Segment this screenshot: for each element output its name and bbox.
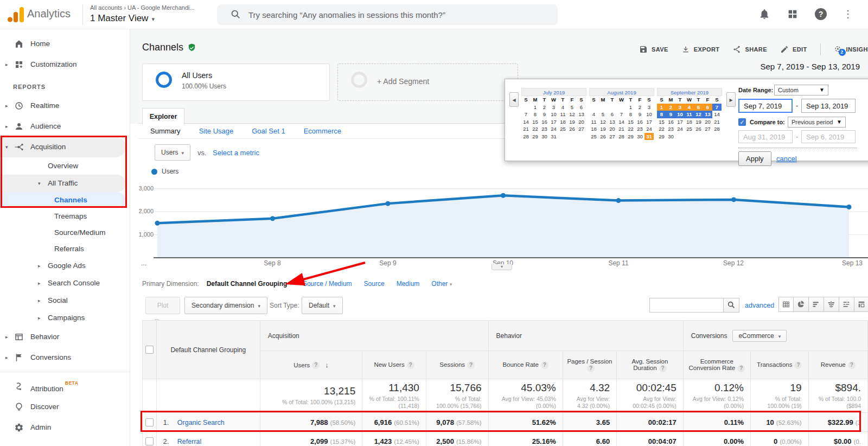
calendar-day[interactable]: 1 <box>657 104 666 111</box>
column-header-ecommerce-conversion-rate[interactable]: Ecommerce Conversion Rate? <box>683 351 750 379</box>
calendar-day[interactable]: 3 <box>675 104 685 111</box>
calendar-day[interactable]: 16 <box>635 118 644 126</box>
calendar-day[interactable]: 17 <box>549 118 558 126</box>
calendar-day[interactable]: 15 <box>626 118 635 126</box>
data-point-sep-8[interactable] <box>270 216 275 221</box>
calendar-day[interactable]: 20 <box>608 125 617 133</box>
calendar-day[interactable]: 17 <box>644 118 654 126</box>
calendar-day[interactable]: 11 <box>685 111 694 118</box>
chevron-right-icon[interactable]: ▸ <box>5 116 11 137</box>
breadcrumb[interactable]: All accounts › UA - Google Merchandi... <box>90 4 195 11</box>
calendar-day[interactable]: 24 <box>675 125 685 133</box>
calendar-day[interactable]: 1 <box>531 104 540 111</box>
row-checkbox[interactable] <box>145 418 154 426</box>
column-header-sessions[interactable]: Sessions? <box>426 351 488 379</box>
google-apps-grid-icon[interactable] <box>787 8 799 20</box>
calendar-day[interactable]: 29 <box>531 133 540 141</box>
calendar-day[interactable]: 6 <box>608 111 617 118</box>
chevron-right-icon[interactable]: ▸ <box>38 309 43 327</box>
sidebar-item-discover[interactable]: Discover <box>0 397 130 417</box>
chevron-right-icon[interactable]: ▸ <box>38 257 43 275</box>
data-point-sep-9[interactable] <box>386 201 391 206</box>
help-icon[interactable]: ? <box>587 365 595 372</box>
calendar-day[interactable]: 12 <box>598 118 608 126</box>
sidebar-item-overview[interactable]: Overview <box>0 157 130 175</box>
dimension-column-header[interactable]: Default Channel Grouping <box>156 321 260 379</box>
calendar-day[interactable]: 28 <box>617 133 626 141</box>
view-data-button[interactable] <box>778 297 794 312</box>
calendar-day[interactable]: 31 <box>549 133 558 141</box>
calendar-day[interactable]: 23 <box>540 125 549 133</box>
sidebar-item-search-console[interactable]: ▸Search Console <box>0 275 130 292</box>
sidebar-item-behavior[interactable]: ▸Behavior <box>0 327 130 347</box>
calendar-day[interactable]: 4 <box>589 111 598 118</box>
calendar-day[interactable]: 6 <box>703 104 712 111</box>
date-range-display[interactable]: Sep 7, 2019 - Sep 13, 2019 <box>761 62 860 71</box>
calendar-day[interactable]: 10 <box>644 111 654 118</box>
select-all-checkbox[interactable] <box>145 346 154 354</box>
view-performance-button[interactable] <box>809 297 824 312</box>
calendar-day[interactable]: 22 <box>531 125 540 133</box>
sidebar-item-campaigns[interactable]: ▸Campaigns <box>0 309 130 327</box>
calendar-day[interactable]: 23 <box>635 125 644 133</box>
calendar-day[interactable]: 8 <box>531 111 540 118</box>
subtab-goal-set-1[interactable]: Goal Set 1 <box>252 127 285 135</box>
calendar-day[interactable]: 20 <box>703 118 712 126</box>
view-comparison-button[interactable] <box>824 297 839 312</box>
calendar-day[interactable]: 9 <box>635 111 644 118</box>
calendar-day[interactable]: 27 <box>703 125 712 133</box>
calendar-day[interactable]: 14 <box>712 111 722 118</box>
calendar-day[interactable]: 6 <box>577 104 586 111</box>
chevron-right-icon[interactable]: ▸ <box>5 327 11 347</box>
chevron-down-icon[interactable]: ▾ <box>38 175 43 192</box>
insights-button[interactable]: 2INSIGHTS <box>834 45 868 54</box>
subtab-ecommerce[interactable]: Ecommerce <box>304 127 341 135</box>
help-icon[interactable]: ? <box>407 361 414 369</box>
chevron-right-icon[interactable]: ▸ <box>38 275 43 292</box>
calendar-day[interactable]: 26 <box>567 125 577 133</box>
sidebar-item-attribution[interactable]: AttributionBETA <box>0 376 130 397</box>
secondary-dimension-dropdown[interactable]: Secondary dimension▾ <box>184 297 267 314</box>
calendar-day[interactable]: 14 <box>521 118 531 126</box>
calendar-day[interactable]: 2 <box>635 104 644 111</box>
calendar-day[interactable]: 25 <box>589 133 598 141</box>
calendar-day[interactable]: 13 <box>703 111 712 118</box>
metric-dropdown[interactable]: Users▾ <box>155 144 190 161</box>
calendar-day[interactable]: 16 <box>540 118 549 126</box>
column-header-new-users[interactable]: New Users? <box>362 351 426 379</box>
date-range-mode-select[interactable]: Custom▼ <box>774 85 828 95</box>
calendar-day[interactable]: 15 <box>657 118 666 126</box>
calendar-day[interactable]: 10 <box>675 111 685 118</box>
subtab-summary[interactable]: Summary <box>150 127 181 135</box>
calendar-day[interactable]: 25 <box>685 125 694 133</box>
sidebar-item-audience[interactable]: ▸Audience <box>0 116 130 137</box>
sidebar-item-realtime[interactable]: ▸Realtime <box>0 95 130 116</box>
calendar-day[interactable]: 16 <box>666 118 675 126</box>
calendar-day[interactable]: 17 <box>675 118 685 126</box>
calendar-day[interactable]: 24 <box>549 125 558 133</box>
help-icon[interactable]: ? <box>467 361 475 369</box>
start-date-input[interactable] <box>738 99 793 113</box>
calendar-day[interactable]: 2 <box>540 104 549 111</box>
calendar-day[interactable]: 3 <box>644 104 654 111</box>
column-header-pages-session[interactable]: Pages / Session? <box>563 351 616 379</box>
chevron-right-icon[interactable]: ▸ <box>5 54 11 75</box>
channel-link-referral[interactable]: Referral <box>177 438 201 445</box>
calendar-day[interactable]: 19 <box>567 118 577 126</box>
end-date-input[interactable] <box>801 99 856 113</box>
sidebar-item-home[interactable]: Home <box>0 34 130 54</box>
calendar-day[interactable]: 14 <box>617 118 626 126</box>
sort-type-dropdown[interactable]: Default▾ <box>302 297 343 314</box>
save-button[interactable]: SAVE <box>639 45 668 54</box>
chevron-right-icon[interactable]: ▸ <box>38 292 43 309</box>
edit-button[interactable]: EDIT <box>780 45 807 54</box>
sidebar-item-channels[interactable]: Channels <box>0 192 126 208</box>
column-header-users[interactable]: Users?↓ <box>260 351 362 379</box>
calendar-day[interactable]: 19 <box>694 118 703 126</box>
calendar-day[interactable]: 21 <box>617 125 626 133</box>
segment-all-users[interactable]: All Users 100.00% Users <box>142 63 330 101</box>
data-point-sep-12[interactable] <box>731 197 736 202</box>
sort-desc-icon[interactable]: ↓ <box>325 361 329 369</box>
calendar-day[interactable]: 7 <box>712 104 722 111</box>
calendar-day[interactable]: 9 <box>540 111 549 118</box>
